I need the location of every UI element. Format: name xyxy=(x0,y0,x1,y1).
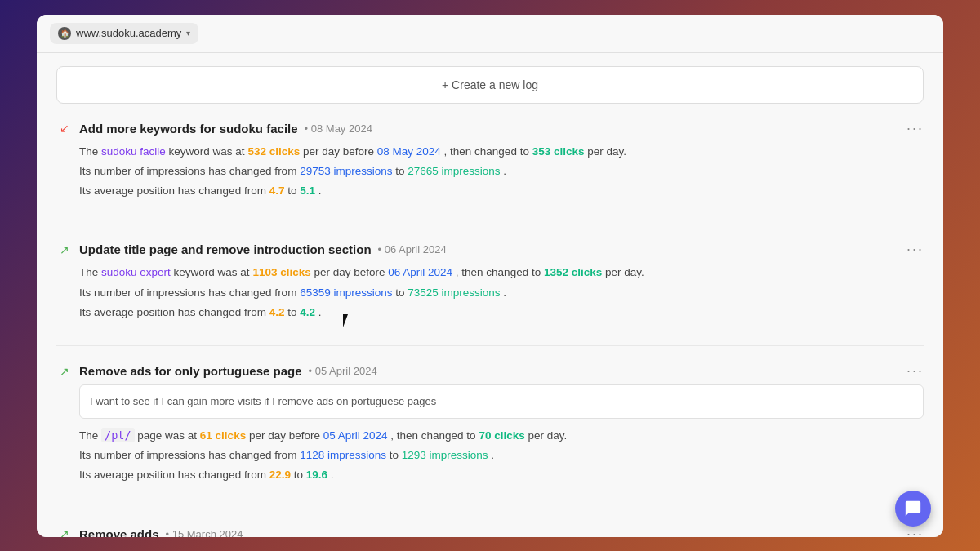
clicks-after: 353 clicks xyxy=(532,145,585,158)
top-bar: 🏠 www.sudoku.academy ▾ xyxy=(37,15,943,53)
more-options-button[interactable]: ··· xyxy=(906,120,924,137)
clicks-after: 1352 clicks xyxy=(544,266,602,278)
log-line-position: Its average position has changed from 4.… xyxy=(79,181,924,201)
log-line-impressions: Its number of impressions has changed fr… xyxy=(79,446,924,465)
log-date: • 06 April 2024 xyxy=(378,243,447,256)
log-entry: ↙ Add more keywords for sudoku facile • … xyxy=(56,120,924,202)
divider xyxy=(56,509,924,509)
divider xyxy=(56,224,924,224)
trend-icon: ↗ xyxy=(56,526,73,536)
impressions-before: 65359 impressions xyxy=(300,287,392,299)
site-name: www.sudoku.academy xyxy=(76,27,181,39)
main-window: 🏠 www.sudoku.academy ▾ + Create a new lo… xyxy=(37,15,943,537)
site-selector[interactable]: 🏠 www.sudoku.academy ▾ xyxy=(50,23,198,44)
page-label: /pt/ xyxy=(101,428,135,442)
impressions-before: 29753 impressions xyxy=(300,165,392,177)
log-body: I want to see if I can gain more visits … xyxy=(56,384,924,485)
site-icon: 🏠 xyxy=(58,27,71,40)
log-line-position: Its average position has changed from 22… xyxy=(79,465,924,485)
pos-after: 5.1 xyxy=(300,184,315,197)
log-title: Add more keywords for sudoku facile xyxy=(79,122,298,136)
log-header: ↙ Add more keywords for sudoku facile • … xyxy=(56,120,924,137)
clicks-before: 1103 clicks xyxy=(252,266,310,278)
log-body: The sudoku facile keyword was at 532 cli… xyxy=(56,142,924,202)
create-log-button[interactable]: + Create a new log xyxy=(56,66,924,104)
log-header: ↗ Update title page and remove introduct… xyxy=(56,241,924,258)
impressions-after: 1293 impressions xyxy=(402,449,488,461)
log-line-clicks: The sudoku facile keyword was at 532 cli… xyxy=(79,142,924,162)
log-title: Remove ads for only portuguese page xyxy=(79,364,302,378)
log-date: • 08 May 2024 xyxy=(305,122,372,135)
trend-icon: ↙ xyxy=(56,120,73,136)
keyword-label: sudoku expert xyxy=(101,266,171,278)
log-line-page-clicks: The /pt/ page was at 61 clicks per day b… xyxy=(79,425,924,446)
date-ref: 06 April 2024 xyxy=(388,266,452,278)
chat-icon xyxy=(904,500,922,518)
pos-before: 4.2 xyxy=(270,306,285,318)
log-header: ↗ Remove adds • 15 March 2024 ··· xyxy=(56,526,924,537)
pos-after: 4.2 xyxy=(300,306,315,318)
log-date: • 05 April 2024 xyxy=(309,365,377,377)
pos-before: 22.9 xyxy=(270,469,291,481)
trend-icon: ↗ xyxy=(56,363,73,380)
content-area: + Create a new log ↙ Add more keywords f… xyxy=(37,53,943,537)
date-ref: 05 April 2024 xyxy=(323,429,388,442)
pos-before: 4.7 xyxy=(270,184,285,197)
divider xyxy=(56,345,924,346)
impressions-after: 73525 impressions xyxy=(408,287,500,299)
keyword-label: sudoku facile xyxy=(101,145,166,158)
note-box: I want to see if I can gain more visits … xyxy=(79,384,924,418)
more-options-button[interactable]: ··· xyxy=(906,241,924,258)
log-line-clicks: The sudoku expert keyword was at 1103 cl… xyxy=(79,263,924,282)
clicks-before: 61 clicks xyxy=(200,429,246,442)
date-ref: 08 May 2024 xyxy=(377,145,441,158)
log-header: ↗ Remove ads for only portuguese page • … xyxy=(56,362,924,380)
log-line-impressions: Its number of impressions has changed fr… xyxy=(79,283,924,303)
log-body: The sudoku expert keyword was at 1103 cl… xyxy=(56,263,924,322)
log-date: • 15 March 2024 xyxy=(166,528,243,537)
log-entry: ↗ Remove ads for only portuguese page • … xyxy=(56,362,924,485)
log-entry: ↗ Update title page and remove introduct… xyxy=(56,241,924,322)
log-title: Update title page and remove introductio… xyxy=(79,242,372,256)
pos-after: 19.6 xyxy=(306,469,327,481)
more-options-button[interactable]: ··· xyxy=(906,526,924,537)
impressions-before: 1128 impressions xyxy=(300,449,386,461)
chevron-down-icon: ▾ xyxy=(186,29,190,38)
log-entry: ↗ Remove adds • 15 March 2024 ··· The we… xyxy=(56,526,924,537)
trend-icon: ↗ xyxy=(56,242,73,258)
impressions-after: 27665 impressions xyxy=(408,165,500,177)
clicks-after: 70 clicks xyxy=(479,429,524,442)
clicks-before: 532 clicks xyxy=(247,145,300,158)
log-line-position: Its average position has changed from 4.… xyxy=(79,303,924,322)
more-options-button[interactable]: ··· xyxy=(906,362,924,380)
log-title: Remove adds xyxy=(79,527,159,537)
log-line-impressions: Its number of impressions has changed fr… xyxy=(79,162,924,181)
chat-button[interactable] xyxy=(895,491,931,527)
